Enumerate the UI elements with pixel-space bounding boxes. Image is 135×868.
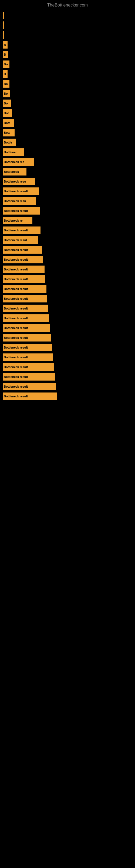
bar-label: B	[4, 72, 6, 76]
bar: Bottleneck res	[3, 158, 34, 166]
bar-label: Bottleneck result	[4, 229, 28, 232]
bar-row: Bo	[3, 61, 132, 68]
bar: Bot	[3, 109, 12, 117]
bar-row: Bottleneck res	[3, 158, 132, 166]
bar: Bottleneck resu	[3, 178, 35, 185]
bar-row: Bott	[3, 129, 132, 136]
bar-row: Bott	[3, 119, 132, 127]
bar: Bottleneck result	[3, 383, 56, 390]
bar-label: B	[4, 43, 6, 46]
bar-label: Bottleneck result	[4, 190, 28, 193]
bar-row: Bottleneck result	[3, 353, 132, 361]
bar-label: Bo	[4, 82, 8, 86]
bar: Bottleneck result	[3, 256, 43, 264]
bar-row: Bottleneck result	[3, 275, 132, 283]
bar-label: Bottleneck res	[4, 160, 24, 163]
bar-row: B	[3, 41, 132, 49]
bar	[3, 22, 4, 29]
bar	[3, 31, 4, 39]
bar-label: Bottleneck result	[4, 336, 28, 339]
bar: Bottleneck result	[3, 226, 41, 234]
bar-row: Bottleneck result	[3, 295, 132, 303]
bar: Bottle	[3, 138, 16, 146]
bar-row: Bo	[3, 90, 132, 97]
bar-label: Bottleneck result	[4, 355, 28, 359]
bar: Bott	[3, 129, 14, 136]
bar-label: Bottleneck result	[4, 258, 28, 261]
bar: Bottleneck result	[3, 187, 39, 195]
bar-label: Bottleneck resu	[4, 199, 26, 203]
bar	[3, 12, 4, 19]
bar-label: Bottleneck result	[4, 385, 28, 388]
bar-label: Bottleneck result	[4, 365, 28, 369]
bar-row: Bottleneck result	[3, 285, 132, 293]
bar-label: Bottleneck re	[4, 219, 23, 222]
bar-label: Bottleneck result	[4, 268, 28, 271]
bar-row: Bottleneck result	[3, 314, 132, 322]
bar-row: Bottleneck result	[3, 207, 132, 215]
bar-label: Bott	[4, 131, 10, 134]
bar-row: Bottleneck result	[3, 256, 132, 264]
bar-label: Bottleneck result	[4, 297, 28, 300]
bar-label: Bott	[4, 121, 10, 124]
bar-row: Bottleneck resu	[3, 178, 132, 185]
bar-label: Bo	[4, 102, 8, 105]
bar-row: Bot	[3, 109, 132, 117]
bar: Bottleneck result	[3, 363, 54, 371]
bar-label: Bottleneck result	[4, 307, 28, 310]
bar-label: B	[4, 53, 6, 56]
bar-row: Bottleneck result	[3, 324, 132, 332]
bar-row: Bottleneck result	[3, 393, 132, 400]
bar-label: Bottleneck	[4, 170, 19, 173]
bar-row: Bottleneck result	[3, 334, 132, 341]
bar-row: Bottleneck result	[3, 373, 132, 380]
bar-row: Bottlenec	[3, 148, 132, 156]
bar: Bottleneck result	[3, 353, 53, 361]
bar-label: Bottleneck resu	[4, 180, 26, 183]
bar-row: Bottle	[3, 138, 132, 146]
bar-row: Bottleneck result	[3, 187, 132, 195]
bar-label: Bottleneck result	[4, 209, 28, 212]
bar-row: B	[3, 70, 132, 78]
bar: Bottleneck re	[3, 217, 32, 224]
bar: Bottleneck result	[3, 275, 45, 283]
bar-label: Bottlenec	[4, 151, 17, 154]
bar: Bottleneck result	[3, 295, 47, 303]
bar: Bo	[3, 61, 9, 68]
bar-label: Bottleneck result	[4, 248, 28, 251]
bar-row	[3, 12, 132, 19]
bar: Bo	[3, 80, 9, 88]
bar: Bottlenec	[3, 148, 24, 156]
bar-row: Bottleneck result	[3, 363, 132, 371]
bar-row: Bottleneck re	[3, 217, 132, 224]
bar-label: Bo	[4, 92, 8, 95]
bar: Bottleneck result	[3, 207, 40, 215]
bar-row	[3, 31, 132, 39]
bar-row: Bottleneck result	[3, 383, 132, 390]
site-title: TheBottlenecker.com	[0, 0, 135, 9]
bar-label: Bottleneck result	[4, 278, 28, 281]
bar: B	[3, 41, 8, 49]
bar: Bottleneck	[3, 168, 27, 176]
bar-row	[3, 22, 132, 29]
bar: Bottleneck result	[3, 344, 52, 351]
bar: Bottleneck result	[3, 314, 49, 322]
bar-label: Bottleneck result	[4, 395, 28, 398]
bar: Bottleneck resu	[3, 197, 36, 205]
bar: Bottleneck result	[3, 393, 57, 400]
bar-row: Bottleneck result	[3, 266, 132, 273]
bar-label: Bottleneck result	[4, 375, 28, 378]
bar: Bo	[3, 90, 10, 97]
bar-row: Bottleneck result	[3, 344, 132, 351]
bars-container: BBBoBBoBoBoBotBottBottBottleBottlenecBot…	[0, 9, 135, 400]
bar: Bottleneck result	[3, 305, 48, 312]
bar: Bottleneck result	[3, 266, 45, 273]
bar-row: Bottleneck result	[3, 246, 132, 254]
bar: Bo	[3, 99, 11, 107]
bar-row: B	[3, 51, 132, 58]
bar-label: Bottleneck result	[4, 316, 28, 320]
bar-row: Bottleneck resul	[3, 236, 132, 244]
bar-label: Bottleneck result	[4, 287, 28, 290]
bar-row: Bottleneck	[3, 168, 132, 176]
bar: Bott	[3, 119, 14, 127]
